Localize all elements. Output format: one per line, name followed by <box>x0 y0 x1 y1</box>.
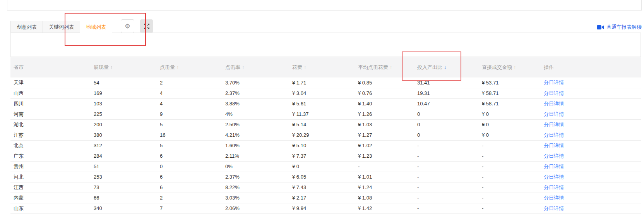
annotation-box-roi-column <box>402 52 461 81</box>
cell-cost: ¥ 5.14 <box>292 119 358 130</box>
cell-ctr: 1.60% <box>225 140 292 151</box>
daily-detail-link[interactable]: 分日详情 <box>544 90 564 96</box>
cell-ctr: 3.88% <box>225 98 292 109</box>
cell-roi: 0 <box>417 130 482 140</box>
daily-detail-link[interactable]: 分日详情 <box>544 163 564 169</box>
sort-asc-icon: ↑ <box>242 64 245 70</box>
cell-cost: ¥ 7.43 <box>292 182 358 193</box>
cell-action: 分日详情 <box>544 193 641 203</box>
daily-detail-link[interactable]: 分日详情 <box>544 111 564 117</box>
daily-detail-link[interactable]: 分日详情 <box>544 79 564 85</box>
cell-avg_cpc: ¥ 1.01 <box>358 172 417 182</box>
cell-action: 分日详情 <box>544 161 641 172</box>
cell-clicks: 2 <box>160 193 225 203</box>
cell-direct_revenue: - <box>482 151 544 161</box>
report-page: 创意列表 关键词列表 地域列表 ⚙ 直通车报表解读 <box>0 0 644 222</box>
cell-clicks: 7 <box>160 203 225 213</box>
table-body: 天津5423.70%¥ 1.71¥ 0.8531.41¥ 53.71分日详情山西… <box>10 77 641 213</box>
daily-detail-link[interactable]: 分日详情 <box>544 205 564 211</box>
cell-avg_cpc: ¥ 1.23 <box>358 151 417 161</box>
cell-clicks: 6 <box>160 182 225 193</box>
cell-cost: ¥ 0 <box>292 161 358 172</box>
cell-cost: ¥ 3.04 <box>292 88 358 98</box>
video-camera-icon <box>597 25 604 30</box>
col-header-label: 平均点击花费 <box>358 64 388 70</box>
cell-avg_cpc: ¥ 1.26 <box>358 109 417 119</box>
cell-avg_cpc: ¥ 1.02 <box>358 140 417 151</box>
cell-cost: ¥ 11.37 <box>292 109 358 119</box>
col-header-0: 省市 <box>10 57 94 77</box>
cell-impressions: 225 <box>94 109 160 119</box>
col-header-7[interactable]: 直接成交金额↑ <box>482 57 544 77</box>
report-guide-label: 直通车报表解读 <box>606 24 642 31</box>
sort-asc-icon: ↑ <box>304 64 307 70</box>
cell-cost: ¥ 6.05 <box>292 172 358 182</box>
cell-direct_revenue: - <box>482 161 544 172</box>
col-header-label: 点击量 <box>160 64 175 70</box>
daily-detail-link[interactable]: 分日详情 <box>544 184 564 190</box>
daily-detail-link[interactable]: 分日详情 <box>544 132 564 138</box>
cell-impressions: 51 <box>94 161 160 172</box>
cell-roi: 0 <box>417 119 482 130</box>
cell-impressions: 312 <box>94 140 160 151</box>
cell-province: 山西 <box>10 88 94 98</box>
cell-avg_cpc: ¥ 1.03 <box>358 119 417 130</box>
cell-action: 分日详情 <box>544 172 641 182</box>
report-guide-link[interactable]: 直通车报表解读 <box>597 24 642 31</box>
daily-detail-link[interactable]: 分日详情 <box>544 122 564 127</box>
cell-clicks: 4 <box>160 98 225 109</box>
tab-creative-list[interactable]: 创意列表 <box>10 21 43 33</box>
region-data-table: 省市展现量↑点击量↑点击率↑花费↑平均点击花费↑投入产出比↓直接成交金额↑操作 … <box>10 57 641 214</box>
table-row: 湖北20052.50%¥ 5.14¥ 1.030¥ 0分日详情 <box>10 119 641 130</box>
cell-direct_revenue: - <box>482 172 544 182</box>
cell-clicks: 9 <box>160 109 225 119</box>
cell-province: 贵州 <box>10 161 94 172</box>
cell-avg_cpc: ¥ 1.27 <box>358 130 417 140</box>
cell-ctr: 2.50% <box>225 119 292 130</box>
table-row: 贵州5100%¥ 0---分日详情 <box>10 161 641 172</box>
cell-impressions: 54 <box>94 77 160 88</box>
cell-ctr: 4% <box>225 109 292 119</box>
cell-impressions: 66 <box>94 193 160 203</box>
daily-detail-link[interactable]: 分日详情 <box>544 195 564 201</box>
cell-impressions: 340 <box>94 203 160 213</box>
cell-roi: - <box>417 172 482 182</box>
col-header-label: 花费 <box>292 64 302 70</box>
cell-roi: - <box>417 140 482 151</box>
cell-ctr: 4.21% <box>225 130 292 140</box>
table-row: 河北25362.37%¥ 6.05¥ 1.01--分日详情 <box>10 172 641 182</box>
cell-province: 河北 <box>10 172 94 182</box>
col-header-1[interactable]: 展现量↑ <box>94 57 160 77</box>
upper-panel-bottom <box>7 0 642 11</box>
cell-province: 江苏 <box>10 130 94 140</box>
cell-avg_cpc: ¥ 1.24 <box>358 182 417 193</box>
daily-detail-link[interactable]: 分日详情 <box>544 101 564 107</box>
cell-avg_cpc: ¥ 1.42 <box>358 203 417 213</box>
daily-detail-link[interactable]: 分日详情 <box>544 153 564 159</box>
cell-province: 广东 <box>10 151 94 161</box>
col-header-4[interactable]: 花费↑ <box>292 57 358 77</box>
cell-cost: ¥ 9.94 <box>292 203 358 213</box>
daily-detail-link[interactable]: 分日详情 <box>544 143 564 148</box>
daily-detail-link[interactable]: 分日详情 <box>544 174 564 180</box>
col-header-label: 展现量 <box>94 64 109 70</box>
annotation-box-tabs <box>65 13 146 46</box>
cell-province: 湖北 <box>10 119 94 130</box>
cell-ctr: 3.03% <box>225 193 292 203</box>
cell-impressions: 169 <box>94 88 160 98</box>
cell-avg_cpc: ¥ 1.08 <box>358 193 417 203</box>
col-header-3[interactable]: 点击率↑ <box>225 57 292 77</box>
table-row: 内蒙6623.03%¥ 2.17¥ 1.08--分日详情 <box>10 193 641 203</box>
cell-action: 分日详情 <box>544 203 641 213</box>
cell-action: 分日详情 <box>544 77 641 88</box>
cell-ctr: 2.06% <box>225 203 292 213</box>
col-header-label: 省市 <box>14 64 24 70</box>
table-row: 北京31251.60%¥ 5.10¥ 1.02--分日详情 <box>10 140 641 151</box>
col-header-8: 操作 <box>544 57 641 77</box>
sort-asc-icon: ↑ <box>176 64 179 70</box>
cell-province: 北京 <box>10 140 94 151</box>
cell-province: 江西 <box>10 182 94 193</box>
cell-ctr: 2.37% <box>225 88 292 98</box>
col-header-2[interactable]: 点击量↑ <box>160 57 225 77</box>
cell-roi: - <box>417 182 482 193</box>
